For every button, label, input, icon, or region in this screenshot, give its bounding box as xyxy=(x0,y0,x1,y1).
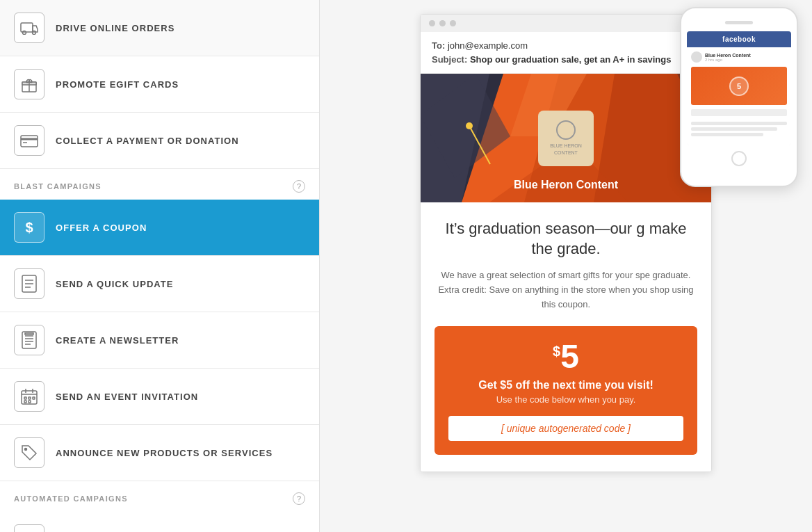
email-header: To: john@example.com Subject: Shop our g… xyxy=(421,32,711,74)
hero-brand-text: Blue Heron Content xyxy=(421,179,711,191)
phone-coupon-circle: 5 xyxy=(729,76,749,96)
phone-post-image: 5 xyxy=(691,67,787,105)
sidebar-item-label: SEND A QUICK UPDATE xyxy=(56,279,174,289)
phone-frame: facebook Blue Heron Content 2 hrs ago 5 xyxy=(680,7,798,187)
sidebar-item-newsletter[interactable]: CREATE A NEWSLETTER xyxy=(0,312,319,369)
coupon-amount: $5 xyxy=(448,340,683,373)
sidebar-item-welcome-customers[interactable]: WELCOME NEW CUSTOMERS xyxy=(0,512,319,532)
coupon-code: [ unique autogenerated code ] xyxy=(448,416,683,441)
email-subtext: We have a great selection of smart gifts… xyxy=(435,268,697,312)
sidebar: DRIVE ONLINE ORDERS PROMOTE EGIFT CARDS … xyxy=(0,0,320,532)
coupon-headline: Get $5 off the next time you visit! xyxy=(448,379,683,392)
phone-post-name: Blue Heron Content xyxy=(705,53,751,58)
sidebar-item-offer-coupon[interactable]: $ OFFER A COUPON xyxy=(0,200,319,256)
email-subject: Subject: Shop our graduation sale, get a… xyxy=(432,54,700,65)
document-icon xyxy=(14,268,44,299)
svg-rect-24 xyxy=(29,397,31,399)
svg-rect-23 xyxy=(24,397,26,399)
sidebar-item-promote-egift[interactable]: PROMOTE EGIFT CARDS xyxy=(0,56,319,113)
coupon-box: $5 Get $5 off the next time you visit! U… xyxy=(435,326,697,455)
hero-circle xyxy=(556,120,576,140)
hero-brand-card: BLUE HERONCONTENT xyxy=(538,111,594,166)
sidebar-item-label: ANNOUNCE NEW PRODUCTS OR SERVICES xyxy=(56,448,273,458)
phone-speaker xyxy=(725,21,753,24)
phone-mockup: facebook Blue Heron Content 2 hrs ago 5 xyxy=(680,7,798,187)
email-headline: It’s graduation season—our g make the gr… xyxy=(435,219,697,259)
tag-icon xyxy=(14,437,44,468)
svg-rect-27 xyxy=(29,401,31,403)
svg-rect-26 xyxy=(24,401,26,403)
sidebar-item-label: PROMOTE EGIFT CARDS xyxy=(56,79,179,90)
phone-text-line xyxy=(691,127,777,131)
svg-rect-0 xyxy=(21,23,33,32)
phone-post: Blue Heron Content 2 hrs ago 5 xyxy=(687,47,791,145)
email-body: It’s graduation season—our g make the gr… xyxy=(421,202,711,471)
browser-bar xyxy=(421,15,711,32)
hero-line-decoration xyxy=(462,112,518,168)
svg-point-28 xyxy=(25,449,27,451)
sidebar-item-quick-update[interactable]: SEND A QUICK UPDATE xyxy=(0,256,319,312)
automated-campaigns-header: AUTOMATED CAMPAIGNS ? xyxy=(0,481,319,512)
browser-dot-2 xyxy=(439,20,446,26)
calendar-icon xyxy=(14,381,44,412)
phone-post-time: 2 hrs ago xyxy=(705,58,751,62)
sidebar-item-drive-online-orders[interactable]: DRIVE ONLINE ORDERS xyxy=(0,0,319,56)
blast-section-title: BLAST CAMPAIGNS xyxy=(14,182,102,191)
svg-point-1 xyxy=(23,31,26,35)
sidebar-item-label: OFFER A COUPON xyxy=(56,223,147,233)
automated-section-title: AUTOMATED CAMPAIGNS xyxy=(14,494,128,503)
svg-rect-6 xyxy=(21,136,38,147)
content-area: To: john@example.com Subject: Shop our g… xyxy=(320,0,812,532)
sidebar-item-event-invitation[interactable]: SEND AN EVENT INVITATION xyxy=(0,369,319,425)
dollar-icon: $ xyxy=(14,212,44,243)
automated-help-icon[interactable]: ? xyxy=(293,492,305,505)
sidebar-item-label: CREATE A NEWSLETTER xyxy=(56,335,179,346)
sidebar-item-collect-payment[interactable]: COLLECT A PAYMENT OR DONATION xyxy=(0,113,319,169)
email-to: To: john@example.com xyxy=(432,40,700,51)
card-icon xyxy=(14,125,44,156)
phone-fb-label: facebook xyxy=(722,35,756,43)
blast-help-icon[interactable]: ? xyxy=(293,180,305,193)
phone-text-line xyxy=(691,133,763,136)
email-preview: To: john@example.com Subject: Shop our g… xyxy=(420,14,712,472)
phone-cta-bar xyxy=(691,109,787,116)
svg-rect-18 xyxy=(25,333,33,334)
gift-icon xyxy=(14,69,44,99)
phone-facebook-bar: facebook xyxy=(687,31,791,47)
sidebar-item-label: SEND AN EVENT INVITATION xyxy=(56,392,198,402)
phone-avatar xyxy=(691,51,702,63)
svg-point-2 xyxy=(33,31,36,35)
phone-text-line xyxy=(691,122,787,125)
phone-text-lines xyxy=(691,119,787,141)
newsletter-icon xyxy=(14,325,44,355)
email-hero: BLUE HERONCONTENT Blue Heron Content xyxy=(421,74,711,202)
phone-home-button xyxy=(731,151,747,166)
store-icon xyxy=(14,524,44,532)
sidebar-item-label: COLLECT A PAYMENT OR DONATION xyxy=(56,136,239,146)
sidebar-item-label: DRIVE ONLINE ORDERS xyxy=(56,23,174,33)
svg-rect-25 xyxy=(33,397,35,399)
blast-campaigns-header: BLAST CAMPAIGNS ? xyxy=(0,169,319,200)
phone-screen: facebook Blue Heron Content 2 hrs ago 5 xyxy=(687,31,791,145)
browser-dot-3 xyxy=(450,20,456,26)
truck-icon xyxy=(14,13,44,43)
svg-line-41 xyxy=(469,126,490,164)
sidebar-item-announce-products[interactable]: ANNOUNCE NEW PRODUCTS OR SERVICES xyxy=(0,425,319,481)
phone-post-header: Blue Heron Content 2 hrs ago xyxy=(691,51,787,63)
coupon-sub: Use the code below when you pay. xyxy=(448,394,683,405)
browser-dot-1 xyxy=(429,20,435,26)
